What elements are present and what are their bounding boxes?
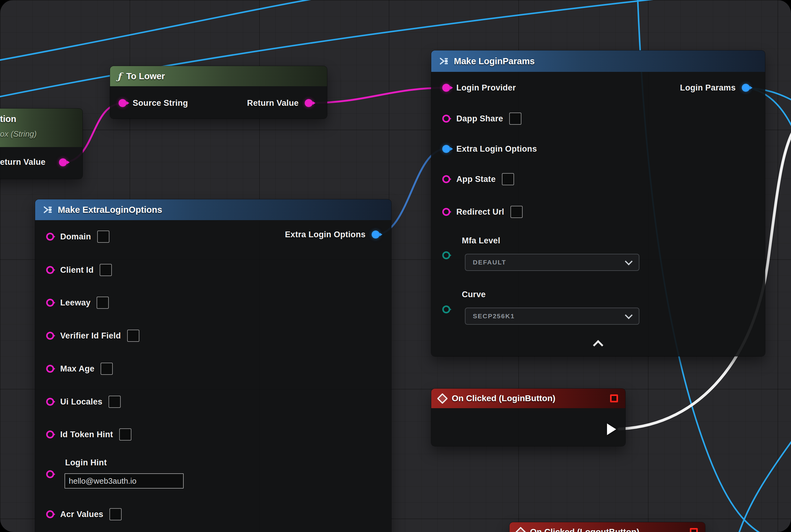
node-title: Make LoginParams xyxy=(454,56,535,66)
return-value-pin[interactable] xyxy=(305,99,313,107)
node-header[interactable]: tion ox (String) xyxy=(0,109,82,147)
collapse-node-button[interactable] xyxy=(592,339,605,348)
wire-cyan-bottom-cross[interactable] xyxy=(737,437,791,532)
redirect-url-checkbox[interactable] xyxy=(510,206,523,218)
mfa-level-value: DEFAULT xyxy=(473,259,506,266)
event-icon xyxy=(437,393,448,404)
node-to-lower[interactable]: ƒ To Lower Source String Return Value xyxy=(110,66,327,119)
node-header[interactable]: ƒ To Lower xyxy=(110,66,327,86)
id-token-hint-checkbox[interactable] xyxy=(119,429,131,441)
source-string-pin[interactable] xyxy=(119,99,127,107)
exec-output-pin[interactable] xyxy=(607,423,616,435)
verifier-id-field-row: Verifier Id Field xyxy=(46,328,139,344)
login-hint-input[interactable] xyxy=(64,473,184,489)
node-header[interactable]: Make ExtraLoginOptions xyxy=(35,200,391,220)
chevron-down-icon xyxy=(625,311,632,319)
login-hint-pin[interactable] xyxy=(46,470,54,478)
leeway-checkbox[interactable] xyxy=(97,297,109,309)
wire-cyan-top-1[interactable] xyxy=(0,0,333,61)
node-make-extra-login-options[interactable]: Make ExtraLoginOptions Extra Login Optio… xyxy=(35,200,391,532)
acr-values-pin[interactable] xyxy=(46,510,54,518)
redirect-url-pin[interactable] xyxy=(442,208,450,216)
login-provider-pin[interactable] xyxy=(442,84,450,92)
node-title-fragment: tion xyxy=(0,114,16,124)
ui-locales-label: Ui Locales xyxy=(60,397,102,407)
leeway-row: Leeway xyxy=(46,295,109,311)
verifier-id-field-checkbox[interactable] xyxy=(127,329,139,342)
node-title: On Clicked (LoginButton) xyxy=(452,394,555,403)
max-age-row: Max Age xyxy=(46,361,113,377)
mfa-level-pin[interactable] xyxy=(442,251,450,259)
ui-locales-row: Ui Locales xyxy=(46,394,121,410)
acr-values-row: Acr Values xyxy=(46,506,122,522)
dapp-share-row: Dapp Share xyxy=(442,111,521,127)
source-string-label: Source String xyxy=(133,98,188,108)
app-state-row: App State xyxy=(442,171,514,187)
redirect-url-label: Redirect Url xyxy=(456,207,504,217)
node-header[interactable]: On Clicked (LogoutButton) xyxy=(509,522,705,532)
verifier-id-field-label: Verifier Id Field xyxy=(60,331,121,341)
id-token-hint-label: Id Token Hint xyxy=(60,430,113,439)
login-hint-label: Login Hint xyxy=(65,458,107,468)
domain-checkbox[interactable] xyxy=(97,230,110,243)
verifier-id-field-pin[interactable] xyxy=(46,332,54,340)
node-title: On Clicked (LogoutButton) xyxy=(530,527,639,532)
dapp-share-pin[interactable] xyxy=(442,115,450,122)
max-age-label: Max Age xyxy=(60,364,94,374)
make-struct-icon xyxy=(439,56,449,66)
extra-login-options-in-row: Extra Login Options xyxy=(442,141,537,157)
event-icon xyxy=(515,527,526,532)
return-value-label: eturn Value xyxy=(0,157,45,167)
login-params-out-pin[interactable] xyxy=(742,84,750,92)
id-token-hint-row: Id Token Hint xyxy=(46,426,131,442)
node-header[interactable]: On Clicked (LoginButton) xyxy=(431,388,625,408)
max-age-pin[interactable] xyxy=(46,365,54,373)
app-state-checkbox[interactable] xyxy=(502,173,514,185)
return-value-label: Return Value xyxy=(247,98,298,108)
dapp-share-label: Dapp Share xyxy=(456,114,503,124)
acr-values-label: Acr Values xyxy=(60,510,103,519)
ui-locales-pin[interactable] xyxy=(46,398,54,406)
max-age-checkbox[interactable] xyxy=(100,363,113,375)
curve-pin[interactable] xyxy=(442,305,450,314)
app-state-label: App State xyxy=(456,175,496,184)
make-struct-icon xyxy=(42,205,53,215)
return-value-row: Return Value xyxy=(247,95,313,111)
node-header[interactable]: Make LoginParams xyxy=(431,51,765,72)
extra-login-options-out-pin[interactable] xyxy=(372,230,380,239)
source-string-row: Source String xyxy=(119,95,188,111)
node-partial-function[interactable]: tion ox (String) eturn Value xyxy=(0,109,82,179)
node-title: Make ExtraLoginOptions xyxy=(58,205,162,215)
login-params-out-label: Login Params xyxy=(680,83,736,93)
leeway-pin[interactable] xyxy=(46,299,54,307)
domain-pin[interactable] xyxy=(46,233,54,241)
chevron-up-icon xyxy=(593,340,603,350)
node-title: To Lower xyxy=(126,71,165,81)
node-on-clicked-logout-button[interactable]: On Clicked (LogoutButton) xyxy=(509,522,705,532)
domain-row: Domain xyxy=(46,229,110,245)
delegate-pin-icon[interactable] xyxy=(690,528,698,532)
wire-return-to-login-provider[interactable] xyxy=(309,88,446,103)
mfa-level-dropdown[interactable]: DEFAULT xyxy=(465,254,639,271)
curve-label: Curve xyxy=(462,290,486,299)
extra-login-options-in-label: Extra Login Options xyxy=(456,144,537,154)
client-id-pin[interactable] xyxy=(46,266,54,274)
delegate-pin-icon[interactable] xyxy=(610,394,618,402)
dapp-share-checkbox[interactable] xyxy=(509,113,521,125)
extra-login-options-in-pin[interactable] xyxy=(442,145,450,153)
app-state-pin[interactable] xyxy=(442,175,450,183)
node-on-clicked-login-button[interactable]: On Clicked (LoginButton) xyxy=(431,388,625,446)
extra-login-options-out-label: Extra Login Options xyxy=(285,230,366,240)
client-id-label: Client Id xyxy=(60,265,94,275)
domain-label: Domain xyxy=(60,232,91,242)
curve-dropdown[interactable]: SECP256K1 xyxy=(465,308,639,325)
blueprint-graph-canvas[interactable]: tion ox (String) eturn Value ƒ To Lower … xyxy=(0,0,791,532)
id-token-hint-pin[interactable] xyxy=(46,431,54,438)
client-id-checkbox[interactable] xyxy=(100,264,112,276)
ui-locales-checkbox[interactable] xyxy=(109,396,121,408)
return-value-pin[interactable] xyxy=(59,158,67,166)
mfa-level-label: Mfa Level xyxy=(462,236,500,246)
login-provider-row: Login Provider xyxy=(442,80,516,96)
node-make-login-params[interactable]: Make LoginParams Login Params Login Prov… xyxy=(431,51,765,356)
acr-values-checkbox[interactable] xyxy=(110,508,122,520)
